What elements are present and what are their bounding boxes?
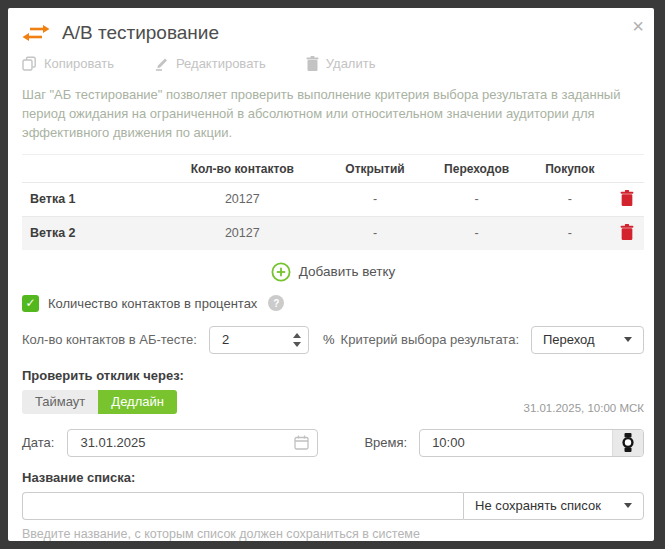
table-row: Ветка 1 20127 - - - [22,182,644,216]
page-title: А/В тестирование [62,22,219,44]
branch-name: Ветка 2 [22,216,158,250]
step-description: Шаг "АБ тестирование" позволяет проверит… [22,86,644,143]
add-branch-button[interactable]: Добавить ветку [22,262,644,282]
contacts-header: Кол-во контактов [158,154,327,182]
time-label: Время: [364,435,407,450]
table-header-row: Кол-во контактов Открытий Переходов Поку… [22,154,644,182]
list-name-hint: Введите название, с которым список долже… [22,527,644,541]
list-save-selected-value: Не сохранять список [475,498,601,513]
branch-contacts: 20127 [158,216,327,250]
delete-branch-icon[interactable] [620,224,634,240]
spinner-down-icon[interactable] [293,342,301,347]
chevron-down-icon [624,337,632,342]
criteria-selected-value: Переход [543,332,595,347]
toggle-deadline[interactable]: Дедлайн [98,390,177,414]
watch-icon [621,433,635,452]
toggle-timeout[interactable]: Таймаут [22,390,98,414]
branch-clicks: - [424,182,530,216]
branch-name: Ветка 1 [22,182,158,216]
deadline-summary: 31.01.2025, 10:00 МСК [523,402,644,414]
copy-label: Копировать [44,56,114,71]
table-row: Ветка 2 20127 - - - [22,216,644,250]
copy-button[interactable]: Копировать [22,56,114,71]
branch-contacts: 20127 [158,182,327,216]
delete-label: Удалить [326,56,376,71]
edit-button[interactable]: Редактировать [154,56,266,71]
response-mode-toggle: Таймаут Дедлайн [22,390,177,414]
list-name-input[interactable] [22,492,463,520]
response-check-label: Проверить отклик через: [22,368,644,383]
contacts-count-label: Кол-во контактов в АБ-тесте: [22,332,197,347]
delete-button[interactable]: Удалить [306,56,376,71]
chevron-down-icon [624,503,632,508]
time-input[interactable] [420,434,612,451]
spinner-up-icon[interactable] [293,333,301,338]
contacts-count-input[interactable] [210,331,286,348]
response-mode-row: Таймаут Дедлайн 31.01.2025, 10:00 МСК [22,390,644,414]
spinner-control [286,333,308,347]
branch-opens: - [327,182,424,216]
branch-clicks: - [424,216,530,250]
add-branch-label: Добавить ветку [299,264,395,279]
branch-purchases: - [530,182,610,216]
actions-header [610,154,644,182]
percent-checkbox-label: Количество контактов в процентах [48,296,257,311]
info-icon[interactable]: ? [268,295,284,311]
plus-circle-icon [271,262,291,282]
clicks-header: Переходов [424,154,530,182]
percent-unit-label: % [323,332,335,347]
trash-icon [306,56,319,71]
date-input[interactable] [68,434,294,451]
ab-test-dialog: × А/В тестирование Копировать [8,8,654,541]
criteria-select[interactable]: Переход [531,326,644,354]
date-label: Дата: [22,435,54,450]
pencil-icon [154,56,169,71]
action-toolbar: Копировать Редактировать Удалить [22,56,644,71]
copy-icon [22,56,37,71]
contacts-count-stepper [209,326,309,354]
criteria-group: Критерий выбора результата: Переход [341,326,644,354]
calendar-icon[interactable] [294,435,309,450]
date-time-row: Дата: Время: [22,429,644,457]
delete-branch-icon[interactable] [620,190,634,206]
purchases-header: Покупок [530,154,610,182]
date-field [67,429,318,457]
edit-label: Редактировать [176,56,266,71]
branch-purchases: - [530,216,610,250]
test-settings-row: Кол-во контактов в АБ-тесте: % Критерий … [22,326,644,354]
swap-arrows-icon [22,23,50,43]
branch-name-header [22,154,158,182]
opens-header: Открытий [327,154,424,182]
time-field [419,429,644,457]
branch-opens: - [327,216,424,250]
list-name-row: Не сохранять список [22,492,644,520]
criteria-label: Критерий выбора результата: [341,332,519,347]
list-save-select[interactable]: Не сохранять список [463,492,644,520]
time-picker-button[interactable] [612,430,643,456]
branches-table: Кол-во контактов Открытий Переходов Поку… [22,154,644,250]
percent-checkbox-row: ✓ Количество контактов в процентах ? [22,295,644,312]
close-icon[interactable]: × [632,16,644,36]
checkbox-checked-icon[interactable]: ✓ [22,295,39,312]
dialog-header: А/В тестирование [22,22,644,44]
list-name-label: Название списка: [22,470,644,485]
